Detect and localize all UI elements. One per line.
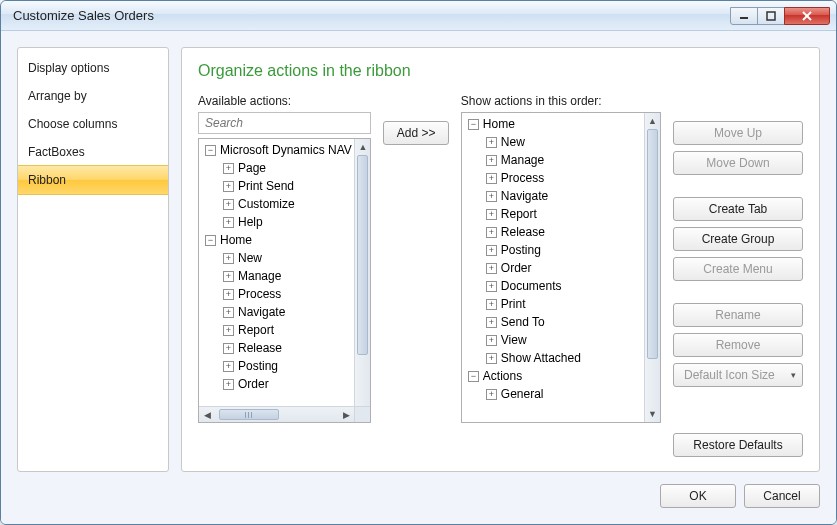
expand-icon[interactable]: +	[486, 245, 497, 256]
sidebar-item-ribbon[interactable]: Ribbon	[18, 165, 168, 195]
scroll-thumb[interactable]	[357, 155, 368, 355]
tree-item-label: Send To	[501, 313, 545, 331]
expand-icon[interactable]: +	[486, 191, 497, 202]
expand-icon[interactable]: +	[486, 173, 497, 184]
tree-row[interactable]: +Help	[199, 213, 354, 231]
tree-row[interactable]: +Posting	[199, 357, 354, 375]
scroll-right-icon[interactable]: ▶	[338, 407, 354, 423]
expand-icon[interactable]: +	[223, 181, 234, 192]
move-down-button[interactable]: Move Down	[673, 151, 803, 175]
rename-button[interactable]: Rename	[673, 303, 803, 327]
scroll-up-icon[interactable]: ▲	[645, 113, 660, 129]
tree-row[interactable]: +Page	[199, 159, 354, 177]
tree-row[interactable]: +New	[462, 133, 644, 151]
expand-icon[interactable]: +	[486, 389, 497, 400]
move-up-button[interactable]: Move Up	[673, 121, 803, 145]
expand-icon[interactable]: +	[486, 281, 497, 292]
expand-icon[interactable]: +	[223, 271, 234, 282]
tree-row[interactable]: +View	[462, 331, 644, 349]
sidebar-item-factboxes[interactable]: FactBoxes	[18, 138, 168, 166]
tree-row[interactable]: −Home	[199, 231, 354, 249]
order-tree[interactable]: −Home+New+Manage+Process+Navigate+Report…	[461, 112, 661, 423]
tree-row[interactable]: +Send To	[462, 313, 644, 331]
scroll-up-icon[interactable]: ▲	[355, 139, 370, 155]
icon-size-dropdown[interactable]: Default Icon Size ▾	[673, 363, 803, 387]
expand-icon[interactable]: +	[223, 379, 234, 390]
create-group-button[interactable]: Create Group	[673, 227, 803, 251]
tree-row[interactable]: +Order	[462, 259, 644, 277]
tree-row[interactable]: +General	[462, 385, 644, 403]
tree-row[interactable]: +Show Attached	[462, 349, 644, 367]
create-menu-button[interactable]: Create Menu	[673, 257, 803, 281]
search-input[interactable]	[198, 112, 371, 134]
collapse-icon[interactable]: −	[205, 145, 216, 156]
expand-icon[interactable]: +	[223, 343, 234, 354]
expand-icon[interactable]: +	[223, 289, 234, 300]
collapse-icon[interactable]: −	[205, 235, 216, 246]
tree-row[interactable]: +Navigate	[199, 303, 354, 321]
maximize-button[interactable]	[757, 7, 785, 25]
tree-row[interactable]: +Release	[199, 339, 354, 357]
tree-row[interactable]: +Release	[462, 223, 644, 241]
sidebar-item-choose-columns[interactable]: Choose columns	[18, 110, 168, 138]
tree-row[interactable]: +Process	[462, 169, 644, 187]
scroll-thumb[interactable]	[219, 409, 279, 420]
tree-row[interactable]: −Microsoft Dynamics NAV	[199, 141, 354, 159]
scroll-left-icon[interactable]: ◀	[199, 407, 215, 423]
expand-icon[interactable]: +	[486, 335, 497, 346]
available-column: Available actions: −Microsoft Dynamics N…	[198, 94, 371, 423]
create-tab-button[interactable]: Create Tab	[673, 197, 803, 221]
tree-row[interactable]: +Report	[199, 321, 354, 339]
button-label: Create Menu	[703, 262, 772, 276]
horizontal-scrollbar[interactable]: ◀ ▶	[199, 406, 354, 422]
tree-row[interactable]: +Report	[462, 205, 644, 223]
expand-icon[interactable]: +	[486, 299, 497, 310]
dialog-footer: OK Cancel	[17, 472, 820, 508]
titlebar[interactable]: Customize Sales Orders	[1, 1, 836, 31]
expand-icon[interactable]: +	[486, 317, 497, 328]
expand-icon[interactable]: +	[223, 253, 234, 264]
tree-row[interactable]: +Process	[199, 285, 354, 303]
scroll-down-icon[interactable]: ▼	[645, 406, 660, 422]
restore-defaults-button[interactable]: Restore Defaults	[673, 433, 803, 457]
tree-row[interactable]: +Documents	[462, 277, 644, 295]
tree-row[interactable]: +Navigate	[462, 187, 644, 205]
tree-row[interactable]: +Customize	[199, 195, 354, 213]
expand-icon[interactable]: +	[486, 137, 497, 148]
ok-button[interactable]: OK	[660, 484, 736, 508]
vertical-scrollbar[interactable]: ▲ ▼	[354, 139, 370, 422]
tree-row[interactable]: −Home	[462, 115, 644, 133]
cancel-button[interactable]: Cancel	[744, 484, 820, 508]
expand-icon[interactable]: +	[486, 155, 497, 166]
button-label: Create Tab	[709, 202, 767, 216]
tree-row[interactable]: +Manage	[462, 151, 644, 169]
expand-icon[interactable]: +	[223, 325, 234, 336]
collapse-icon[interactable]: −	[468, 371, 479, 382]
tree-row[interactable]: +Print	[462, 295, 644, 313]
tree-row[interactable]: +Print Send	[199, 177, 354, 195]
sidebar-item-display-options[interactable]: Display options	[18, 54, 168, 82]
tree-row[interactable]: +New	[199, 249, 354, 267]
expand-icon[interactable]: +	[486, 209, 497, 220]
minimize-button[interactable]	[730, 7, 758, 25]
collapse-icon[interactable]: −	[468, 119, 479, 130]
tree-row[interactable]: −Actions	[462, 367, 644, 385]
expand-icon[interactable]: +	[223, 199, 234, 210]
vertical-scrollbar[interactable]: ▲ ▼	[644, 113, 660, 422]
remove-button[interactable]: Remove	[673, 333, 803, 357]
scroll-thumb[interactable]	[647, 129, 658, 359]
expand-icon[interactable]: +	[486, 227, 497, 238]
tree-row[interactable]: +Manage	[199, 267, 354, 285]
add-button[interactable]: Add >>	[383, 121, 448, 145]
expand-icon[interactable]: +	[486, 353, 497, 364]
expand-icon[interactable]: +	[223, 307, 234, 318]
expand-icon[interactable]: +	[486, 263, 497, 274]
close-button[interactable]	[784, 7, 830, 25]
available-tree[interactable]: −Microsoft Dynamics NAV+Page+Print Send+…	[198, 138, 371, 423]
expand-icon[interactable]: +	[223, 361, 234, 372]
expand-icon[interactable]: +	[223, 163, 234, 174]
sidebar-item-arrange-by[interactable]: Arrange by	[18, 82, 168, 110]
tree-row[interactable]: +Order	[199, 375, 354, 393]
tree-row[interactable]: +Posting	[462, 241, 644, 259]
expand-icon[interactable]: +	[223, 217, 234, 228]
